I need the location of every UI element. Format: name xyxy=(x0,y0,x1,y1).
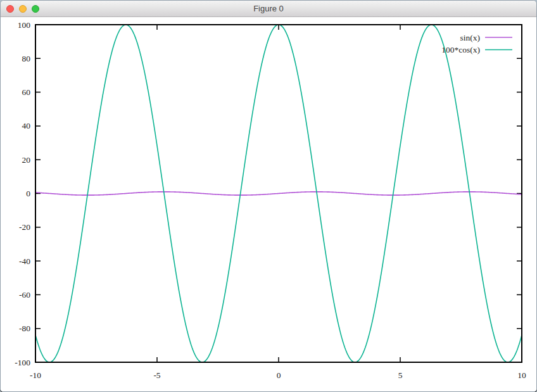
window-titlebar[interactable]: Figure 0 xyxy=(1,1,536,17)
x-tick-label: -5 xyxy=(153,370,160,380)
minimize-button[interactable] xyxy=(19,5,27,13)
x-tick-label: -10 xyxy=(30,370,41,380)
y-tick-label: 40 xyxy=(22,121,31,130)
y-tick-label: 60 xyxy=(22,87,31,97)
close-button[interactable] xyxy=(6,5,14,13)
legend-label-1: 100*cos(x) xyxy=(441,45,480,54)
app-window: Figure 0 -10-50510-100-80-60-40-20020406… xyxy=(0,0,537,392)
legend-label-0: sin(x) xyxy=(460,33,481,42)
plot-canvas: -10-50510-100-80-60-40-20020406080100sin… xyxy=(1,17,536,392)
chart-figure: -10-50510-100-80-60-40-20020406080100sin… xyxy=(1,17,537,392)
zoom-button[interactable] xyxy=(32,5,39,13)
y-tick-label: 20 xyxy=(22,155,31,165)
y-tick-label: -80 xyxy=(19,324,30,333)
y-tick-label: 80 xyxy=(22,54,31,63)
x-tick-label: 5 xyxy=(398,370,403,380)
y-tick-label: -60 xyxy=(19,290,30,300)
y-tick-label: 100 xyxy=(18,20,31,30)
y-tick-label: -100 xyxy=(15,358,30,367)
series-line-0 xyxy=(35,192,522,195)
x-tick-label: 10 xyxy=(517,370,526,380)
y-tick-label: -20 xyxy=(19,222,30,232)
y-tick-label: -40 xyxy=(19,256,30,266)
y-tick-label: 0 xyxy=(26,189,30,198)
window-title: Figure 0 xyxy=(1,4,536,13)
window-controls xyxy=(6,1,39,16)
x-tick-label: 0 xyxy=(277,370,281,380)
